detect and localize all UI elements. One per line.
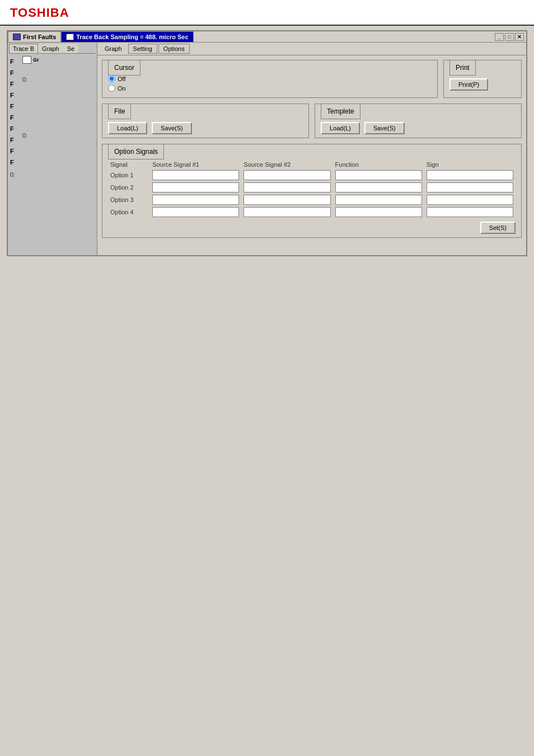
option-3-source2-input[interactable] <box>243 195 330 205</box>
option-2-source1-input[interactable] <box>152 182 239 192</box>
option-1-function <box>333 169 424 181</box>
template-load-button[interactable]: Load(L) <box>321 122 360 134</box>
sidebar-bottom-val: 0: <box>9 169 96 180</box>
sidebar-tab-setting[interactable]: Se <box>63 44 78 53</box>
cursor-off-radio[interactable] <box>108 75 115 82</box>
option-2-label: Option 2 <box>108 181 150 194</box>
template-button-row: Load(L) Save(S) <box>321 119 516 134</box>
toshiba-header: TOSHIBA <box>0 0 534 26</box>
cursor-on-radio[interactable] <box>108 84 115 92</box>
trace-back-tab[interactable]: Trace Back Sampling = 488. micro Sec <box>61 31 193 42</box>
print-button[interactable]: Print(P) <box>449 78 488 91</box>
cursor-inner: Off On <box>108 72 432 92</box>
sidebar-inner: F F F F F F F F F F <box>9 55 96 169</box>
option-row-2: Option 2 <box>108 181 516 194</box>
option-3-source1-input[interactable] <box>152 195 239 205</box>
sidebar-empty-2 <box>22 96 95 107</box>
first-faults-tab[interactable]: First Faults <box>8 31 61 42</box>
option-4-function-input[interactable] <box>335 207 422 217</box>
option-1-source2-input[interactable] <box>243 170 330 180</box>
sidebar-tab-setting-label: Se <box>67 45 74 52</box>
sidebar-f-10: F <box>10 157 20 168</box>
option-3-source2 <box>241 194 332 206</box>
cursor-legend: Cursor <box>108 60 140 76</box>
option-3-sign <box>424 194 516 206</box>
menu-setting[interactable]: Setting <box>128 44 157 54</box>
option-2-sign <box>424 181 516 194</box>
sidebar-f-5: F <box>10 101 20 112</box>
option-2-sign-input[interactable] <box>427 182 513 192</box>
col-function: Function <box>333 160 424 169</box>
close-button[interactable]: ✕ <box>515 33 524 41</box>
file-save-button[interactable]: Save(S) <box>152 122 192 134</box>
option-row-4: Option 4 <box>108 206 516 218</box>
option-3-function-input[interactable] <box>335 195 422 205</box>
cursor-print-row: Cursor Off On <box>102 60 522 98</box>
window-controls: _ □ ✕ <box>495 31 526 42</box>
option-4-sign-input[interactable] <box>427 207 513 217</box>
option-1-function-input[interactable] <box>335 170 422 180</box>
option-4-sign <box>424 206 516 218</box>
first-faults-icon <box>13 34 21 40</box>
graph-small-icon <box>22 56 31 64</box>
file-legend: File <box>108 104 131 119</box>
minimize-button[interactable]: _ <box>495 33 504 41</box>
file-inner: Load(L) Save(S) <box>108 115 303 134</box>
toshiba-logo: TOSHIBA <box>10 6 69 20</box>
option-signals-legend: Option Signals <box>108 144 164 159</box>
col-signal: Signal <box>108 160 150 169</box>
option-1-label: Option 1 <box>108 169 150 181</box>
menu-graph[interactable]: Graph <box>100 44 127 54</box>
sidebar-empty-4 <box>22 119 95 130</box>
option-1-sign-input[interactable] <box>427 170 513 180</box>
sidebar-graph-label: Gr <box>33 57 39 63</box>
sub-window-content: Trace B Graph Se F F F F <box>8 43 526 255</box>
maximize-button[interactable]: □ <box>505 33 514 41</box>
sidebar-tab-trace-label: Trace B <box>13 45 34 52</box>
sidebar-empty-3 <box>22 107 95 119</box>
option-2-function <box>333 181 424 194</box>
sidebar-tabs: Trace B Graph Se <box>9 44 96 54</box>
set-button[interactable]: Set(S) <box>480 222 516 234</box>
first-faults-label: First Faults <box>23 34 56 40</box>
option-4-source2 <box>241 206 332 218</box>
option-2-source2-input[interactable] <box>243 182 330 192</box>
cursor-on-row: On <box>108 84 432 92</box>
option-4-function <box>333 206 424 218</box>
option-1-source1 <box>150 169 241 181</box>
sidebar-graph-row: Gr <box>22 56 95 64</box>
option-4-source2-input[interactable] <box>243 207 330 217</box>
option-3-label: Option 3 <box>108 194 150 206</box>
option-signals-group: Option Signals Signal Source Signal #1 S… <box>102 144 522 238</box>
option-4-source1-input[interactable] <box>152 207 239 217</box>
option-4-label: Option 4 <box>108 206 150 218</box>
content-area: Cursor Off On <box>97 55 526 248</box>
sidebar-tab-trace[interactable]: Trace B <box>9 44 38 53</box>
sidebar-val-2: 0: <box>22 130 95 141</box>
option-2-source2 <box>241 181 332 194</box>
menu-options[interactable]: Options <box>158 44 190 54</box>
sidebar-f-9: F <box>10 145 20 157</box>
template-save-button[interactable]: Save(S) <box>364 122 405 134</box>
sidebar-f-4: F <box>10 90 20 101</box>
cursor-off-row: Off <box>108 75 432 82</box>
option-signals-table: Signal Source Signal #1 Source Signal #2… <box>108 160 516 218</box>
option-1-source1-input[interactable] <box>152 170 239 180</box>
sidebar-f-labels: F F F F F F F F F F <box>9 55 21 169</box>
option-2-function-input[interactable] <box>335 182 422 192</box>
sidebar-tab-graph[interactable]: Graph <box>38 44 63 53</box>
option-2-source1 <box>150 181 241 194</box>
file-load-button[interactable]: Load(L) <box>108 122 147 134</box>
option-3-source1 <box>150 194 241 206</box>
print-legend: Print <box>449 60 476 76</box>
sidebar-tab-graph-label: Graph <box>42 45 59 52</box>
set-row: Set(S) <box>108 222 516 234</box>
window-titlebar: First Faults Trace Back Sampling = 488. … <box>8 31 526 43</box>
sidebar-right-col: Gr 0: 0: <box>21 55 96 169</box>
sidebar-f-6: F <box>10 112 20 123</box>
option-row-3: Option 3 <box>108 194 516 206</box>
sidebar-val-1: 0: <box>22 74 95 85</box>
col-source1: Source Signal #1 <box>150 160 241 169</box>
option-3-sign-input[interactable] <box>427 195 513 205</box>
sidebar: Trace B Graph Se F F F F <box>8 43 97 255</box>
